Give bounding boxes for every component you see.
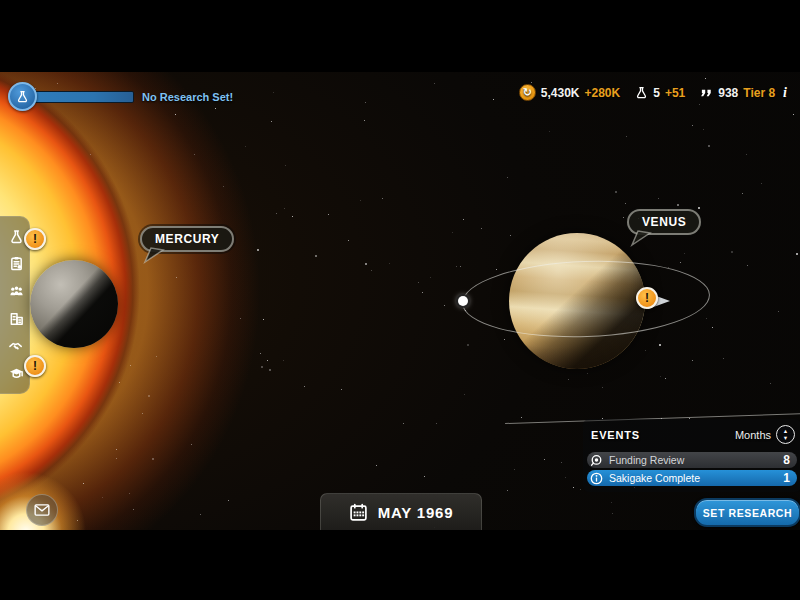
star <box>175 114 176 115</box>
event-value: 8 <box>783 453 790 467</box>
star <box>156 356 157 357</box>
star <box>602 387 603 388</box>
date-bar: MAY 1969 <box>320 493 482 530</box>
unit-stepper-icon[interactable]: ▲ ▼ <box>776 425 795 444</box>
event-label: Funding Review <box>609 454 783 466</box>
events-panel: EVENTS Months ▲ ▼ Funding <box>583 419 800 492</box>
toolbar-base-button[interactable] <box>6 309 26 329</box>
star <box>706 318 707 319</box>
star <box>263 319 264 320</box>
science-flask-icon <box>635 86 648 99</box>
set-research-label: SET RESEARCH <box>703 507 792 519</box>
star <box>611 502 612 503</box>
star <box>561 462 562 463</box>
support-value: 938 <box>718 86 738 100</box>
star <box>626 136 627 137</box>
star <box>723 358 724 359</box>
flask-icon <box>16 90 29 103</box>
star <box>761 183 762 184</box>
research-status: No Research Set! <box>8 82 233 111</box>
star <box>304 386 305 387</box>
star <box>348 240 349 241</box>
support-icon <box>700 87 713 99</box>
star <box>194 154 195 155</box>
mercury-label-bubble[interactable]: MERCURY <box>140 226 234 252</box>
star <box>444 305 445 306</box>
star <box>403 423 404 424</box>
star <box>223 186 224 187</box>
planet-mercury[interactable] <box>30 260 118 348</box>
star <box>565 477 566 478</box>
star <box>747 265 748 266</box>
star <box>703 129 704 130</box>
star <box>463 219 464 220</box>
star <box>625 203 626 204</box>
star <box>467 344 469 346</box>
star <box>130 365 131 366</box>
star <box>699 104 700 105</box>
set-research-button[interactable]: SET RESEARCH <box>694 498 800 527</box>
star <box>623 217 624 218</box>
info-circle-icon <box>590 472 603 485</box>
star <box>83 483 84 484</box>
star <box>365 263 367 265</box>
star <box>283 360 284 361</box>
bubble-tail <box>144 247 166 263</box>
star <box>257 249 259 251</box>
funding-review-icon <box>590 454 603 467</box>
star <box>587 373 588 374</box>
info-icon[interactable]: i <box>780 85 790 101</box>
research-progress-bar <box>33 91 134 103</box>
venus-event-marker[interactable]: ! <box>636 285 676 317</box>
star <box>464 394 465 395</box>
star <box>549 131 550 132</box>
star <box>615 191 617 193</box>
funds-delta: +280K <box>585 86 621 100</box>
star <box>452 232 453 233</box>
research-avatar[interactable] <box>8 82 37 111</box>
star <box>200 514 201 515</box>
star <box>531 82 532 83</box>
academy-warning-icon: ! <box>24 355 46 377</box>
events-unit: Months ▲ ▼ <box>735 425 795 444</box>
star <box>364 120 365 121</box>
star <box>360 200 361 201</box>
star <box>133 509 134 510</box>
research-warning-icon: ! <box>24 228 46 250</box>
star <box>176 277 177 278</box>
event-row-funding-review[interactable]: Funding Review 8 <box>587 452 797 468</box>
game-screen: ! MERCURY VENUS <box>0 0 800 600</box>
star <box>436 423 437 424</box>
star <box>315 255 317 257</box>
star <box>568 379 569 380</box>
star <box>692 360 693 361</box>
warning-icon: ! <box>636 287 658 309</box>
toolbar-academy-button[interactable] <box>6 363 26 383</box>
star <box>746 154 747 155</box>
star <box>341 389 342 390</box>
event-label: Sakigake Complete <box>609 472 783 484</box>
graduation-cap-icon <box>9 366 24 381</box>
spacecraft-marker[interactable] <box>458 296 468 306</box>
toolbar-missions-button[interactable] <box>6 254 26 274</box>
toolbar-research-button[interactable] <box>6 227 26 247</box>
toolbar-diplomacy-button[interactable] <box>6 336 26 356</box>
star <box>698 207 700 209</box>
venus-label: VENUS <box>642 215 686 229</box>
star <box>660 376 661 377</box>
star <box>493 99 494 100</box>
star <box>116 458 117 459</box>
star <box>742 193 743 194</box>
star <box>677 204 679 206</box>
events-title: EVENTS <box>591 429 640 441</box>
mail-button[interactable] <box>26 494 58 526</box>
event-value: 1 <box>783 471 790 485</box>
event-row-sakigake-complete[interactable]: Sakigake Complete 1 <box>587 470 797 486</box>
star <box>152 458 154 460</box>
star <box>778 311 779 312</box>
toolbar-astronauts-button[interactable] <box>6 281 26 301</box>
star <box>424 476 425 477</box>
bubble-tail <box>631 230 653 246</box>
science-value: 5 <box>653 86 660 100</box>
venus-label-bubble[interactable]: VENUS <box>627 209 701 235</box>
